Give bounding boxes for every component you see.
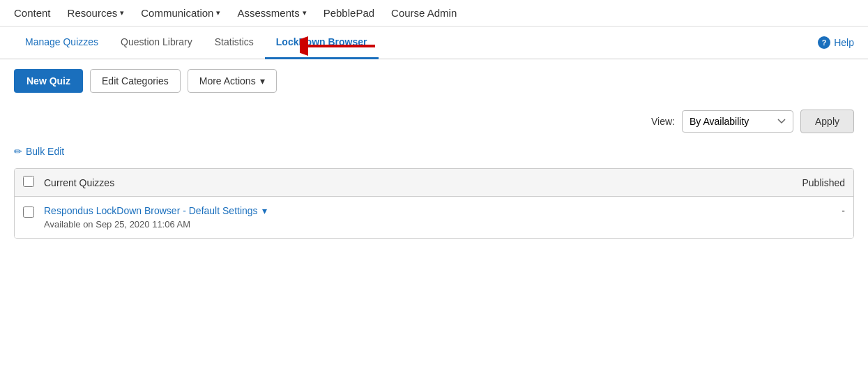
column-title: Current Quizzes [44,177,775,188]
edit-categories-button[interactable]: Edit Categories [90,69,181,93]
quiz-title-link[interactable]: Respondus LockDown Browser - Default Set… [44,205,775,216]
new-quiz-button[interactable]: New Quiz [14,69,83,93]
quiz-availability: Available on Sep 25, 2020 11:06 AM [44,219,775,230]
view-label: View: [651,116,675,127]
tab-statistics[interactable]: Statistics [204,27,265,59]
more-actions-button[interactable]: More Actions ▾ [188,69,277,93]
chevron-down-icon: ▾ [120,8,124,17]
chevron-down-icon: ▾ [303,8,307,17]
table-row: Respondus LockDown Browser - Default Set… [15,197,853,238]
quiz-table: Current Quizzes Published Respondus Lock… [14,168,854,239]
tab-lockdown-browser[interactable]: LockDown Browser [265,27,379,59]
top-navigation: Content Resources ▾ Communication ▾ Asse… [0,0,868,27]
view-select[interactable]: By Availability [682,110,793,133]
pencil-icon: ✏ [14,146,22,157]
nav-course-admin[interactable]: Course Admin [391,7,457,19]
nav-resources[interactable]: Resources ▾ [68,7,125,19]
nav-content[interactable]: Content [14,7,51,19]
tab-question-library[interactable]: Question Library [109,27,204,59]
bulk-edit-row: ✏ Bulk Edit [0,140,868,163]
row-checkbox[interactable] [23,206,34,218]
nav-assessments[interactable]: Assessments ▾ [237,7,306,19]
chevron-down-icon: ▾ [216,8,220,17]
nav-communication[interactable]: Communication ▾ [141,7,220,19]
view-row: View: By Availability Apply [0,103,868,140]
bulk-edit-link[interactable]: ✏ Bulk Edit [14,146,64,157]
tab-manage-quizzes[interactable]: Manage Quizzes [14,27,109,59]
column-published: Published [775,177,845,188]
table-header: Current Quizzes Published [15,169,853,197]
toolbar: New Quiz Edit Categories More Actions ▾ [0,59,868,103]
sub-navigation: Manage Quizzes Question Library Statisti… [0,27,868,59]
row-published-status: - [775,205,845,216]
nav-pebblepad[interactable]: PebblePad [323,7,374,19]
row-content: Respondus LockDown Browser - Default Set… [44,205,775,230]
row-checkbox-area [23,205,44,220]
select-all-checkbox[interactable] [23,176,34,187]
chevron-down-icon: ▾ [262,205,267,216]
header-checkbox-area [23,176,44,189]
help-icon: ? [818,36,830,49]
help-link[interactable]: ? Help [818,36,854,49]
apply-button[interactable]: Apply [800,110,854,133]
chevron-down-icon: ▾ [260,75,265,87]
